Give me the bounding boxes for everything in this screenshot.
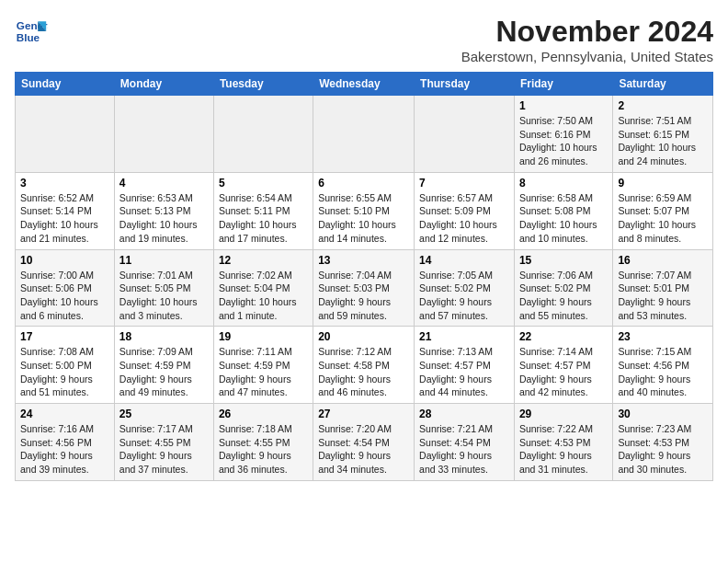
day-number: 9: [618, 177, 708, 190]
calendar-cell: 4Sunrise: 6:53 AM Sunset: 5:13 PM Daylig…: [114, 172, 213, 249]
header: General Blue November 2024 Bakerstown, P…: [15, 15, 713, 64]
weekday-header-wednesday: Wednesday: [313, 73, 415, 96]
calendar-cell: 15Sunrise: 7:06 AM Sunset: 5:02 PM Dayli…: [514, 249, 612, 327]
calendar-cell: 26Sunrise: 7:18 AM Sunset: 4:55 PM Dayli…: [213, 404, 313, 481]
weekday-header-thursday: Thursday: [415, 73, 515, 96]
day-number: 30: [618, 408, 708, 420]
day-info: Sunrise: 7:23 AM Sunset: 4:53 PM Dayligh…: [618, 422, 708, 477]
calendar-cell: 22Sunrise: 7:14 AM Sunset: 4:57 PM Dayli…: [514, 327, 612, 404]
calendar-cell: 24Sunrise: 7:16 AM Sunset: 4:56 PM Dayli…: [16, 404, 115, 481]
day-info: Sunrise: 7:02 AM Sunset: 5:04 PM Dayligh…: [219, 269, 308, 323]
calendar-cell: 13Sunrise: 7:04 AM Sunset: 5:03 PM Dayli…: [313, 249, 415, 327]
calendar-cell: 8Sunrise: 6:58 AM Sunset: 5:08 PM Daylig…: [514, 172, 612, 249]
day-info: Sunrise: 7:20 AM Sunset: 4:54 PM Dayligh…: [318, 422, 409, 477]
calendar-cell: 14Sunrise: 7:05 AM Sunset: 5:02 PM Dayli…: [415, 249, 515, 327]
day-info: Sunrise: 7:06 AM Sunset: 5:02 PM Dayligh…: [519, 269, 608, 323]
calendar-cell: 9Sunrise: 6:59 AM Sunset: 5:07 PM Daylig…: [613, 172, 713, 249]
day-info: Sunrise: 6:57 AM Sunset: 5:09 PM Dayligh…: [419, 191, 509, 246]
day-number: 21: [419, 330, 509, 343]
day-number: 12: [219, 254, 308, 267]
day-info: Sunrise: 6:58 AM Sunset: 5:08 PM Dayligh…: [519, 191, 608, 246]
calendar-cell: 29Sunrise: 7:22 AM Sunset: 4:53 PM Dayli…: [514, 404, 612, 481]
day-info: Sunrise: 7:16 AM Sunset: 4:56 PM Dayligh…: [20, 422, 109, 477]
month-title: November 2024: [461, 15, 713, 49]
weekday-header-friday: Friday: [514, 73, 612, 96]
calendar-cell: 3Sunrise: 6:52 AM Sunset: 5:14 PM Daylig…: [16, 172, 115, 249]
calendar-cell: 28Sunrise: 7:21 AM Sunset: 4:54 PM Dayli…: [415, 404, 515, 481]
day-number: 19: [219, 330, 308, 343]
day-number: 25: [119, 408, 209, 420]
week-row-4: 17Sunrise: 7:08 AM Sunset: 5:00 PM Dayli…: [16, 327, 713, 404]
day-number: 16: [618, 254, 708, 267]
calendar-cell: 12Sunrise: 7:02 AM Sunset: 5:04 PM Dayli…: [213, 249, 313, 327]
calendar-cell: 17Sunrise: 7:08 AM Sunset: 5:00 PM Dayli…: [16, 327, 115, 404]
day-number: 5: [219, 177, 308, 190]
logo: General Blue: [15, 15, 48, 48]
day-info: Sunrise: 7:08 AM Sunset: 5:00 PM Dayligh…: [20, 345, 109, 399]
calendar-cell: 18Sunrise: 7:09 AM Sunset: 4:59 PM Dayli…: [114, 327, 213, 404]
day-number: 6: [318, 177, 409, 190]
day-number: 26: [219, 408, 308, 420]
day-info: Sunrise: 7:05 AM Sunset: 5:02 PM Dayligh…: [419, 269, 509, 323]
day-info: Sunrise: 6:54 AM Sunset: 5:11 PM Dayligh…: [219, 191, 308, 246]
week-row-1: 1Sunrise: 7:50 AM Sunset: 6:16 PM Daylig…: [16, 96, 713, 173]
day-number: 8: [519, 177, 608, 190]
day-number: 15: [519, 254, 608, 267]
week-row-3: 10Sunrise: 7:00 AM Sunset: 5:06 PM Dayli…: [16, 249, 713, 327]
day-number: 20: [318, 330, 409, 343]
day-info: Sunrise: 7:01 AM Sunset: 5:05 PM Dayligh…: [119, 269, 209, 323]
weekday-header-row: SundayMondayTuesdayWednesdayThursdayFrid…: [16, 73, 713, 96]
logo-icon: General Blue: [15, 15, 48, 48]
calendar-table: SundayMondayTuesdayWednesdayThursdayFrid…: [15, 72, 713, 481]
day-number: 4: [119, 177, 209, 190]
day-info: Sunrise: 7:51 AM Sunset: 6:15 PM Dayligh…: [618, 114, 708, 168]
weekday-header-monday: Monday: [114, 73, 213, 96]
day-number: 29: [519, 408, 608, 420]
day-info: Sunrise: 6:53 AM Sunset: 5:13 PM Dayligh…: [119, 191, 209, 246]
calendar-cell: 16Sunrise: 7:07 AM Sunset: 5:01 PM Dayli…: [613, 249, 713, 327]
calendar-cell: 10Sunrise: 7:00 AM Sunset: 5:06 PM Dayli…: [16, 249, 115, 327]
day-number: 13: [318, 254, 409, 267]
day-info: Sunrise: 7:21 AM Sunset: 4:54 PM Dayligh…: [419, 422, 509, 477]
day-info: Sunrise: 6:59 AM Sunset: 5:07 PM Dayligh…: [618, 191, 708, 246]
calendar-cell: 5Sunrise: 6:54 AM Sunset: 5:11 PM Daylig…: [213, 172, 313, 249]
calendar-cell: 23Sunrise: 7:15 AM Sunset: 4:56 PM Dayli…: [613, 327, 713, 404]
day-info: Sunrise: 7:50 AM Sunset: 6:16 PM Dayligh…: [519, 114, 608, 168]
day-number: 3: [20, 177, 109, 190]
day-number: 7: [419, 177, 509, 190]
svg-text:Blue: Blue: [17, 31, 40, 43]
day-info: Sunrise: 7:09 AM Sunset: 4:59 PM Dayligh…: [119, 345, 209, 399]
day-number: 1: [519, 99, 608, 112]
weekday-header-sunday: Sunday: [16, 73, 115, 96]
calendar-cell: 6Sunrise: 6:55 AM Sunset: 5:10 PM Daylig…: [313, 172, 415, 249]
day-info: Sunrise: 7:22 AM Sunset: 4:53 PM Dayligh…: [519, 422, 608, 477]
day-info: Sunrise: 7:04 AM Sunset: 5:03 PM Dayligh…: [318, 269, 409, 323]
calendar-cell: 1Sunrise: 7:50 AM Sunset: 6:16 PM Daylig…: [514, 96, 612, 173]
calendar-cell: 19Sunrise: 7:11 AM Sunset: 4:59 PM Dayli…: [213, 327, 313, 404]
day-info: Sunrise: 7:07 AM Sunset: 5:01 PM Dayligh…: [618, 269, 708, 323]
day-info: Sunrise: 7:14 AM Sunset: 4:57 PM Dayligh…: [519, 345, 608, 399]
day-number: 27: [318, 408, 409, 420]
day-number: 28: [419, 408, 509, 420]
week-row-5: 24Sunrise: 7:16 AM Sunset: 4:56 PM Dayli…: [16, 404, 713, 481]
calendar-cell: 25Sunrise: 7:17 AM Sunset: 4:55 PM Dayli…: [114, 404, 213, 481]
day-number: 14: [419, 254, 509, 267]
title-area: November 2024 Bakerstown, Pennsylvania, …: [461, 15, 713, 64]
calendar-cell: 7Sunrise: 6:57 AM Sunset: 5:09 PM Daylig…: [415, 172, 515, 249]
calendar-cell: [213, 96, 313, 173]
calendar-cell: [16, 96, 115, 173]
location-title: Bakerstown, Pennsylvania, United States: [461, 49, 713, 64]
day-info: Sunrise: 7:13 AM Sunset: 4:57 PM Dayligh…: [419, 345, 509, 399]
week-row-2: 3Sunrise: 6:52 AM Sunset: 5:14 PM Daylig…: [16, 172, 713, 249]
day-info: Sunrise: 7:15 AM Sunset: 4:56 PM Dayligh…: [618, 345, 708, 399]
day-info: Sunrise: 6:55 AM Sunset: 5:10 PM Dayligh…: [318, 191, 409, 246]
day-number: 10: [20, 254, 109, 267]
weekday-header-saturday: Saturday: [613, 73, 713, 96]
day-number: 11: [119, 254, 209, 267]
day-number: 24: [20, 408, 109, 420]
day-info: Sunrise: 6:52 AM Sunset: 5:14 PM Dayligh…: [20, 191, 109, 246]
day-number: 22: [519, 330, 608, 343]
calendar-cell: 20Sunrise: 7:12 AM Sunset: 4:58 PM Dayli…: [313, 327, 415, 404]
calendar-cell: 27Sunrise: 7:20 AM Sunset: 4:54 PM Dayli…: [313, 404, 415, 481]
calendar-cell: 30Sunrise: 7:23 AM Sunset: 4:53 PM Dayli…: [613, 404, 713, 481]
